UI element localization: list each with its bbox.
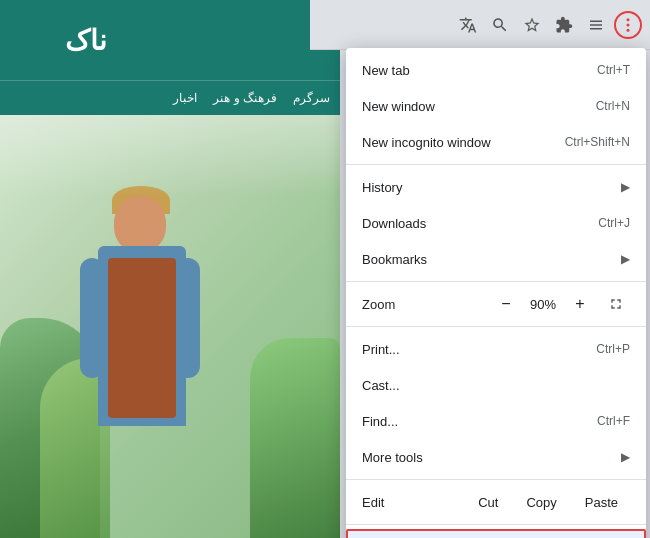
find-label: Find... — [362, 414, 581, 429]
arm-right — [176, 258, 200, 378]
cut-button[interactable]: Cut — [466, 491, 510, 514]
edit-label: Edit — [362, 495, 466, 510]
florist-background — [0, 115, 340, 538]
nav-item-1: اخبار — [173, 91, 197, 105]
history-arrow: ▶ — [621, 180, 630, 194]
plant-right — [250, 338, 340, 538]
zoom-search-icon[interactable] — [486, 11, 514, 39]
fullscreen-button[interactable] — [602, 290, 630, 318]
print-label: Print... — [362, 342, 580, 357]
nav-item-2: فرهنگ و هنر — [213, 91, 277, 105]
incognito-shortcut: Ctrl+Shift+N — [565, 135, 630, 149]
menu-item-print[interactable]: Print... Ctrl+P — [346, 331, 646, 367]
window-light — [0, 115, 340, 195]
person — [80, 178, 200, 538]
chrome-menu: New tab Ctrl+T New window Ctrl+N New inc… — [346, 48, 646, 538]
new-window-label: New window — [362, 99, 580, 114]
nav-item-3: سرگرم — [293, 91, 330, 105]
menu-item-find[interactable]: Find... Ctrl+F — [346, 403, 646, 439]
divider-4 — [346, 479, 646, 480]
translate-icon[interactable] — [454, 11, 482, 39]
divider-5 — [346, 524, 646, 525]
profile-icon[interactable] — [582, 11, 610, 39]
menu-item-incognito[interactable]: New incognito window Ctrl+Shift+N — [346, 124, 646, 160]
divider-3 — [346, 326, 646, 327]
zoom-control: − 90% + — [492, 290, 630, 318]
more-tools-label: More tools — [362, 450, 613, 465]
logo-text: ناک — [65, 24, 107, 57]
downloads-label: Downloads — [362, 216, 582, 231]
menu-item-more-tools[interactable]: More tools ▶ — [346, 439, 646, 475]
zoom-out-button[interactable]: − — [492, 290, 520, 318]
arm-left — [80, 258, 104, 378]
new-tab-shortcut: Ctrl+T — [597, 63, 630, 77]
menu-item-bookmarks[interactable]: Bookmarks ▶ — [346, 241, 646, 277]
copy-button[interactable]: Copy — [514, 491, 568, 514]
menu-item-new-window[interactable]: New window Ctrl+N — [346, 88, 646, 124]
edit-row: Edit Cut Copy Paste — [346, 484, 646, 520]
menu-item-new-tab[interactable]: New tab Ctrl+T — [346, 52, 646, 88]
zoom-label: Zoom — [362, 297, 492, 312]
new-window-shortcut: Ctrl+N — [596, 99, 630, 113]
more-tools-arrow: ▶ — [621, 450, 630, 464]
menu-icon[interactable] — [614, 11, 642, 39]
apron — [108, 258, 176, 418]
zoom-in-button[interactable]: + — [566, 290, 594, 318]
site-header: ناک — [0, 0, 340, 80]
bookmarks-arrow: ▶ — [621, 252, 630, 266]
paste-button[interactable]: Paste — [573, 491, 630, 514]
site-logo: ناک — [16, 13, 156, 68]
cast-label: Cast... — [362, 378, 630, 393]
extensions-icon[interactable] — [550, 11, 578, 39]
divider-1 — [346, 164, 646, 165]
zoom-value: 90% — [524, 297, 562, 312]
menu-item-settings[interactable]: Settings — [346, 529, 646, 538]
new-tab-label: New tab — [362, 63, 581, 78]
bookmarks-label: Bookmarks — [362, 252, 613, 267]
menu-item-cast[interactable]: Cast... — [346, 367, 646, 403]
zoom-row: Zoom − 90% + — [346, 286, 646, 322]
svg-point-1 — [627, 23, 630, 26]
menu-item-history[interactable]: History ▶ — [346, 169, 646, 205]
find-shortcut: Ctrl+F — [597, 414, 630, 428]
browser-window: ناک سرگرم فرهنگ و هنر اخبار — [0, 0, 650, 538]
head — [114, 196, 166, 252]
browser-toolbar — [310, 0, 650, 50]
history-label: History — [362, 180, 613, 195]
menu-item-downloads[interactable]: Downloads Ctrl+J — [346, 205, 646, 241]
site-image-area — [0, 115, 340, 538]
incognito-label: New incognito window — [362, 135, 549, 150]
print-shortcut: Ctrl+P — [596, 342, 630, 356]
site-nav: سرگرم فرهنگ و هنر اخبار — [0, 80, 340, 115]
bookmark-icon[interactable] — [518, 11, 546, 39]
svg-point-0 — [627, 18, 630, 21]
svg-point-2 — [627, 28, 630, 31]
edit-buttons: Cut Copy Paste — [466, 491, 630, 514]
downloads-shortcut: Ctrl+J — [598, 216, 630, 230]
divider-2 — [346, 281, 646, 282]
website-content: ناک سرگرم فرهنگ و هنر اخبار — [0, 0, 340, 538]
